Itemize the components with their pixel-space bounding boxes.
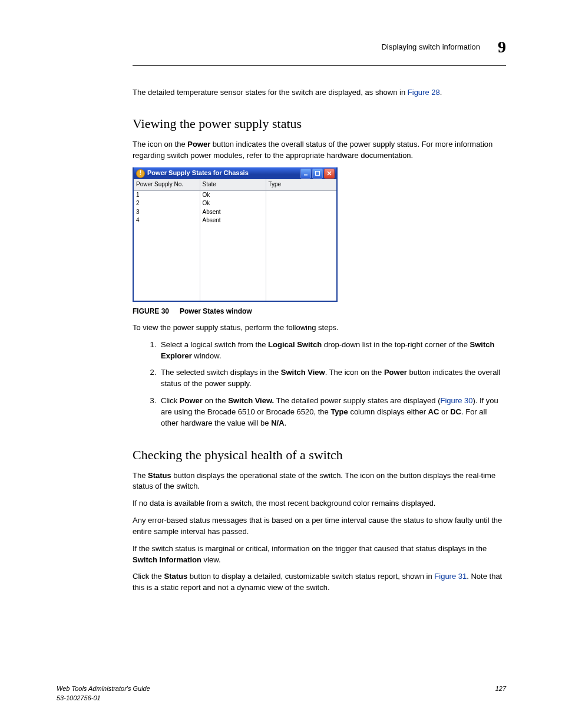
power-supply-table: Power Supply No. State Type 1Ok 2Ok 3Abs… [134, 179, 336, 225]
intro-paragraph: The detailed temperature sensor states f… [133, 87, 506, 98]
footer-doc-number: 53-1002756-01 [57, 694, 150, 703]
power-paragraph-1: The icon on the Power button indicates t… [133, 139, 506, 162]
svg-rect-0 [304, 174, 308, 176]
minimize-icon[interactable] [300, 169, 311, 179]
heading-physical-health: Checking the physical health of a switch [133, 446, 506, 465]
link-figure-28[interactable]: Figure 28 [408, 88, 440, 97]
health-paragraph-3: Any error-based status messages that is … [133, 515, 506, 538]
table-row[interactable]: 1Ok [134, 190, 336, 199]
chapter-number: 9 [498, 35, 506, 60]
power-steps-list: Select a logical switch from the Logical… [133, 340, 506, 429]
link-figure-30[interactable]: Figure 30 [441, 396, 473, 405]
page-footer: Web Tools Administrator's Guide 53-10027… [57, 684, 506, 703]
header-section: Displaying switch information [381, 42, 480, 53]
col-type[interactable]: Type [266, 179, 336, 190]
col-psu-no[interactable]: Power Supply No. [134, 179, 200, 190]
step-2: The selected switch displays in the Swit… [158, 367, 506, 390]
health-paragraph-1: The Status button displays the operation… [133, 470, 506, 493]
warning-icon: ! [136, 169, 145, 178]
link-figure-31[interactable]: Figure 31 [434, 572, 467, 581]
step-1: Select a logical switch from the Logical… [158, 340, 506, 362]
svg-rect-1 [316, 172, 320, 176]
close-icon[interactable] [324, 169, 335, 179]
table-row[interactable]: 2Ok [134, 199, 336, 208]
dialog-titlebar[interactable]: ! Power Supply States for Chassis [134, 167, 336, 179]
col-state[interactable]: State [200, 179, 266, 190]
power-paragraph-2: To view the power supply status, perform… [133, 322, 506, 334]
health-paragraph-2: If no data is available from a switch, t… [133, 498, 506, 509]
table-row[interactable]: 3Absent [134, 208, 336, 217]
heading-power-supply: Viewing the power supply status [133, 114, 506, 133]
health-paragraph-5: Click the Status button to display a det… [133, 571, 506, 594]
dialog-title: Power Supply States for Chassis [147, 169, 300, 178]
table-empty-area [134, 225, 336, 301]
figure-30-caption: FIGURE 30Power States window [133, 307, 506, 317]
footer-page-number: 127 [495, 684, 506, 703]
power-states-dialog: ! Power Supply States for Chassis P [133, 167, 338, 302]
health-paragraph-4: If the switch status is marginal or crit… [133, 543, 506, 566]
table-header-row: Power Supply No. State Type [134, 179, 336, 190]
table-row[interactable]: 4Absent [134, 216, 336, 225]
footer-doc-title: Web Tools Administrator's Guide [57, 684, 150, 694]
header-rule [133, 65, 506, 66]
step-3: Click Power on the Switch View. The deta… [158, 396, 506, 429]
maximize-icon[interactable] [312, 169, 323, 179]
